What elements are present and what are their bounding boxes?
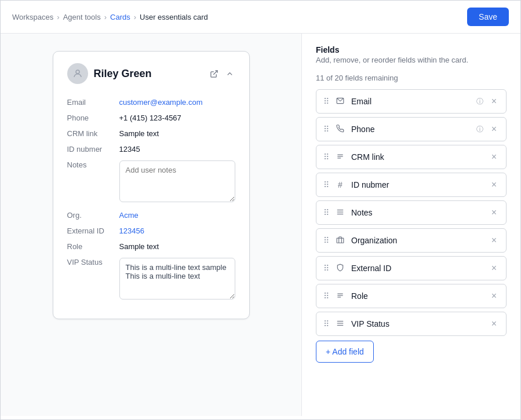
notes-value xyxy=(119,157,235,207)
field-name-email: Email xyxy=(351,97,471,106)
card-preview-panel: Riley Green xyxy=(1,34,302,416)
field-item-org: ⠿ Organization × xyxy=(316,228,507,253)
breadcrumb-page-title: User essentials card xyxy=(140,13,208,21)
card-field-vip: VIP Status This is a multi-line text sam… xyxy=(67,254,235,305)
card-field-org: Org. Acme xyxy=(67,207,235,223)
drag-handle-phone[interactable]: ⠿ xyxy=(323,125,329,134)
drag-handle-email[interactable]: ⠿ xyxy=(323,97,329,106)
email-label: Email xyxy=(67,94,119,110)
fields-header: Fields Add, remove, or reorder fields wi… xyxy=(316,45,507,64)
field-name-external-id: External ID xyxy=(351,264,483,273)
remove-id-button[interactable]: × xyxy=(489,179,499,191)
drag-handle-vip[interactable]: ⠿ xyxy=(323,319,329,328)
card-header-left: Riley Green xyxy=(67,63,152,84)
svg-line-1 xyxy=(213,70,217,74)
drag-handle-org[interactable]: ⠿ xyxy=(323,236,329,245)
field-item-notes: ⠿ Notes × xyxy=(316,200,507,225)
card-field-crm: CRM link Sample text xyxy=(67,126,235,141)
field-item-vip: ⠿ VIP Status × xyxy=(316,312,507,336)
drag-handle-id[interactable]: ⠿ xyxy=(323,180,329,189)
external-id-label: External ID xyxy=(67,223,119,239)
drag-handle-crm[interactable]: ⠿ xyxy=(323,152,329,162)
field-name-role: Role xyxy=(351,291,483,301)
vip-field-icon xyxy=(335,319,345,329)
field-name-notes: Notes xyxy=(351,208,483,217)
card-field-id: ID nubmer 12345 xyxy=(67,141,235,157)
notes-field-icon xyxy=(335,208,345,218)
role-field-icon xyxy=(335,291,345,301)
notes-textarea[interactable] xyxy=(119,160,235,202)
email-field-icon xyxy=(335,97,345,107)
external-id-value[interactable]: 123456 xyxy=(119,223,235,239)
save-button[interactable]: Save xyxy=(467,8,509,26)
breadcrumb-workspaces[interactable]: Workspaces xyxy=(12,13,53,21)
remove-org-button[interactable]: × xyxy=(489,235,499,246)
header: Workspaces › Agent tools › Cards › User … xyxy=(1,1,520,34)
remove-role-button[interactable]: × xyxy=(489,290,499,302)
external-id-field-icon xyxy=(335,264,345,273)
phone-field-icon xyxy=(335,125,345,134)
vip-textarea[interactable]: This is a multi-line text sample This is… xyxy=(119,258,235,300)
info-icon-phone[interactable]: ⓘ xyxy=(476,125,483,134)
field-item-role: ⠿ Role × xyxy=(316,284,507,308)
crm-label: CRM link xyxy=(67,126,119,141)
fields-count: 11 of 20 fields remaining xyxy=(316,74,507,82)
external-link-button[interactable] xyxy=(209,68,220,79)
field-name-phone: Phone xyxy=(351,125,471,134)
phone-label: Phone xyxy=(67,110,119,126)
remove-notes-button[interactable]: × xyxy=(489,207,499,218)
breadcrumb-cards[interactable]: Cards xyxy=(110,13,130,21)
vip-label: VIP Status xyxy=(67,254,119,305)
card-fields: Email customer@example.com Phone +1 (415… xyxy=(67,94,235,305)
user-card: Riley Green xyxy=(53,51,250,319)
drag-handle-role[interactable]: ⠿ xyxy=(323,291,329,301)
collapse-button[interactable] xyxy=(224,68,235,79)
card-field-notes: Notes xyxy=(67,157,235,207)
field-item-external-id: ⠿ External ID × xyxy=(316,256,507,280)
email-value[interactable]: customer@example.com xyxy=(119,94,235,110)
fields-title: Fields xyxy=(316,45,507,54)
phone-value: +1 (415) 123-4567 xyxy=(119,110,235,126)
card-field-external-id: External ID 123456 xyxy=(67,223,235,239)
info-icon-email[interactable]: ⓘ xyxy=(476,97,483,107)
remove-crm-button[interactable]: × xyxy=(489,151,499,163)
org-label: Org. xyxy=(67,207,119,223)
remove-external-id-button[interactable]: × xyxy=(489,262,499,274)
id-field-icon: # xyxy=(335,180,345,189)
drag-handle-external-id[interactable]: ⠿ xyxy=(323,264,329,273)
breadcrumb-sep-3: › xyxy=(134,13,136,21)
fields-subtitle: Add, remove, or reorder fields within th… xyxy=(316,56,507,64)
notes-label: Notes xyxy=(67,157,119,207)
field-name-id: ID nubmer xyxy=(351,180,483,189)
card-field-phone: Phone +1 (415) 123-4567 xyxy=(67,110,235,126)
breadcrumb: Workspaces › Agent tools › Cards › User … xyxy=(12,13,208,21)
card-header: Riley Green xyxy=(67,63,235,84)
main-layout: Riley Green xyxy=(1,34,520,416)
breadcrumb-agent-tools[interactable]: Agent tools xyxy=(63,13,101,21)
remove-email-button[interactable]: × xyxy=(489,96,499,107)
card-field-email: Email customer@example.com xyxy=(67,94,235,110)
remove-phone-button[interactable]: × xyxy=(489,123,499,135)
drag-handle-notes[interactable]: ⠿ xyxy=(323,208,329,217)
card-field-role: Role Sample text xyxy=(67,239,235,254)
field-name-org: Organization xyxy=(351,236,483,245)
remove-vip-button[interactable]: × xyxy=(489,318,499,330)
field-name-crm: CRM link xyxy=(351,152,483,162)
org-field-icon xyxy=(335,236,345,246)
field-item-crm: ⠿ CRM link × xyxy=(316,145,507,169)
role-label: Role xyxy=(67,239,119,254)
card-user-name: Riley Green xyxy=(94,68,152,80)
breadcrumb-sep-2: › xyxy=(104,13,107,21)
fields-panel: Fields Add, remove, or reorder fields wi… xyxy=(302,34,520,416)
avatar xyxy=(67,63,88,84)
org-value[interactable]: Acme xyxy=(119,207,235,223)
crm-value: Sample text xyxy=(119,126,235,141)
breadcrumb-sep-1: › xyxy=(57,13,59,21)
field-item-email: ⠿ Email ⓘ × xyxy=(316,89,507,114)
svg-rect-9 xyxy=(337,238,344,243)
add-field-button[interactable]: + Add field xyxy=(316,341,374,363)
id-label: ID nubmer xyxy=(67,141,119,157)
field-name-vip: VIP Status xyxy=(351,319,483,328)
field-item-id: ⠿ # ID nubmer × xyxy=(316,173,507,197)
card-header-icons xyxy=(209,68,235,79)
